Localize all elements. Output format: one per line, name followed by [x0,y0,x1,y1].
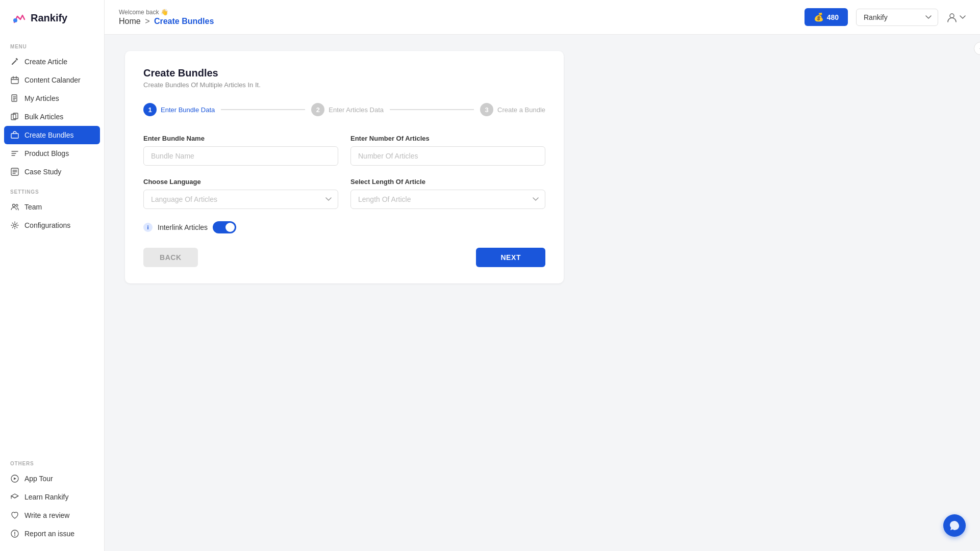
workspace-select[interactable]: Rankify Other Workspace [856,9,938,26]
step-2: 2 Enter Articles Data [311,103,384,116]
team-icon [10,202,19,212]
welcome-text: Welcome back 👋 [119,9,214,16]
sidebar-item-team-label: Team [24,203,42,211]
interlink-toggle[interactable] [213,221,236,233]
bulk-articles-icon [10,112,19,121]
user-menu-button[interactable] [946,12,966,23]
report-icon [10,529,19,538]
credits-button[interactable]: 💰 480 [805,8,848,26]
interlink-label: Interlink Articles [158,223,208,231]
topbar: Welcome back 👋 Home > Create Bundles 💰 4… [105,0,980,35]
sidebar-item-report-issue-label: Report an issue [24,530,74,538]
breadcrumb-separator: > [145,17,149,25]
step-1-circle: 1 [143,103,157,116]
language-select-wrapper: Language Of Articles English Spanish Fre… [143,190,338,209]
sidebar-item-product-blogs-label: Product Blogs [24,149,69,158]
sidebar-item-case-study-label: Case Study [24,168,61,176]
breadcrumb: Home > Create Bundles [119,17,214,26]
heart-icon [10,511,19,520]
topbar-right: 💰 480 Rankify Other Workspace [805,8,966,26]
bundle-name-input[interactable] [143,146,338,166]
sidebar: Rankify ‹ MENU Create Article Content Ca… [0,0,105,551]
sidebar-item-content-calendar-label: Content Calander [24,76,81,84]
sidebar-item-configurations-label: Configurations [24,221,70,229]
chat-bubble-button[interactable] [943,514,966,537]
calendar-icon [10,75,19,85]
settings-section-label: SETTINGS [0,181,104,198]
sidebar-item-create-bundles[interactable]: Create Bundles [4,126,100,144]
product-blogs-icon [10,149,19,158]
sidebar-item-bulk-articles-label: Bulk Articles [24,113,63,121]
sidebar-item-learn-rankify-label: Learn Rankify [24,493,68,501]
length-select[interactable]: Length Of Article Short (500 words) Medi… [350,190,545,209]
sidebar-item-my-articles-label: My Articles [24,94,59,102]
svg-point-10 [14,224,16,227]
sidebar-item-app-tour[interactable]: App Tour [0,469,104,488]
sidebar-item-configurations[interactable]: Configurations [0,216,104,234]
logo-text: Rankify [31,12,67,24]
sidebar-item-create-bundles-label: Create Bundles [24,131,74,139]
create-bundles-form-card: Create Bundles Create Bundles Of Multipl… [125,51,564,283]
sidebar-item-write-review[interactable]: Write a review [0,506,104,524]
step-2-circle: 2 [311,103,324,116]
sidebar-item-report-issue[interactable]: Report an issue [0,524,104,543]
create-bundles-icon [10,130,19,140]
interlink-info-icon: i [143,223,153,232]
step-3-circle: 3 [480,103,493,116]
step-line-1 [221,109,305,110]
num-articles-input[interactable] [350,146,545,166]
sidebar-item-learn-rankify[interactable]: Learn Rankify [0,488,104,506]
interlink-toggle-row: i Interlink Articles [143,221,545,233]
sidebar-item-case-study[interactable]: Case Study [0,163,104,181]
form-row-2: Choose Language Language Of Articles Eng… [143,178,545,209]
next-button[interactable]: NEXT [476,248,545,267]
menu-section-label: MENU [0,36,104,53]
svg-point-8 [13,204,15,207]
app-tour-icon [10,474,19,483]
sidebar-item-create-article[interactable]: Create Article [0,53,104,71]
stepper: 1 Enter Bundle Data 2 Enter Articles Dat… [143,103,545,116]
bundle-name-label: Enter Bundle Name [143,135,338,142]
language-select[interactable]: Language Of Articles English Spanish Fre… [143,190,338,209]
sidebar-item-app-tour-label: App Tour [24,475,53,483]
sidebar-item-product-blogs[interactable]: Product Blogs [0,144,104,163]
create-article-icon [10,57,19,66]
bundle-name-group: Enter Bundle Name [143,135,338,166]
main-wrapper: Welcome back 👋 Home > Create Bundles 💰 4… [105,0,980,551]
svg-rect-6 [11,134,18,138]
breadcrumb-home[interactable]: Home [119,17,141,25]
form-subtitle: Create Bundles Of Multiple Articles In I… [143,81,545,89]
content-area: Create Bundles Create Bundles Of Multipl… [105,35,980,551]
step-3: 3 Create a Bundle [480,103,545,116]
language-group: Choose Language Language Of Articles Eng… [143,178,338,209]
form-actions: BACK NEXT [143,248,545,267]
step-1: 1 Enter Bundle Data [143,103,215,116]
step-3-label: Create a Bundle [497,106,545,114]
case-study-icon [10,167,19,176]
num-articles-group: Enter Number Of Articles [350,135,545,166]
num-articles-label: Enter Number Of Articles [350,135,545,142]
back-button[interactable]: BACK [143,248,198,267]
credits-icon: 💰 [814,12,824,22]
sidebar-item-my-articles[interactable]: My Articles [0,89,104,108]
configurations-icon [10,221,19,230]
svg-point-1 [13,18,17,22]
sidebar-item-create-article-label: Create Article [24,58,67,66]
length-select-wrapper: Length Of Article Short (500 words) Medi… [350,190,545,209]
form-row-1: Enter Bundle Name Enter Number Of Articl… [143,135,545,166]
length-group: Select Length Of Article Length Of Artic… [350,178,545,209]
language-label: Choose Language [143,178,338,186]
svg-point-9 [16,204,18,206]
sidebar-item-content-calendar[interactable]: Content Calander [0,71,104,89]
step-2-label: Enter Articles Data [329,106,384,114]
step-1-label: Enter Bundle Data [161,106,215,114]
sidebar-item-write-review-label: Write a review [24,511,69,519]
my-articles-icon [10,94,19,103]
form-title: Create Bundles [143,67,545,79]
topbar-left: Welcome back 👋 Home > Create Bundles [119,9,214,26]
sidebar-item-team[interactable]: Team [0,198,104,216]
credits-amount: 480 [827,13,839,21]
others-section-label: OTHERS [0,453,104,469]
sidebar-item-bulk-articles[interactable]: Bulk Articles [0,108,104,126]
svg-rect-2 [11,77,18,84]
